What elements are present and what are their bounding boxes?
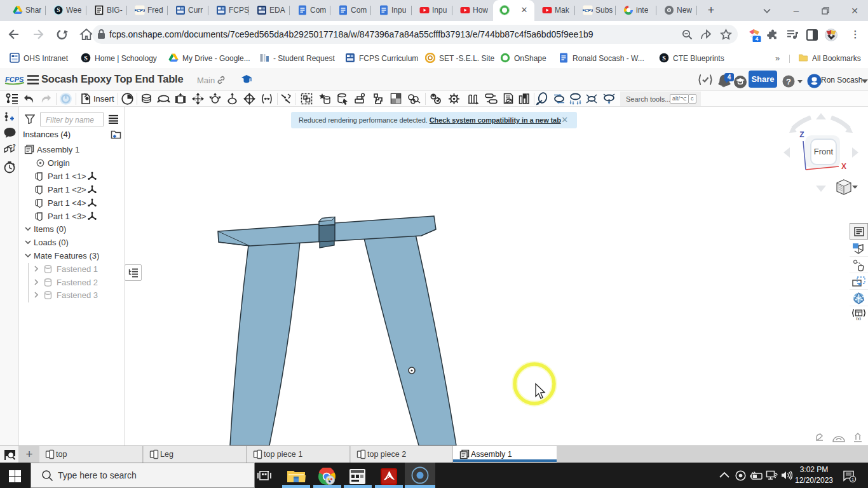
svg-text:4: 4 [728, 74, 731, 81]
svg-text:?: ? [786, 77, 791, 86]
svg-text:S: S [662, 55, 666, 62]
svg-text:S: S [84, 55, 88, 62]
svg-text:X: X [841, 162, 846, 171]
svg-text:FCPS: FCPS [583, 8, 593, 13]
svg-text:?: ? [12, 144, 15, 149]
svg-text:FCPS: FCPS [5, 76, 24, 83]
svg-text:S: S [57, 7, 60, 13]
svg-text:Front: Front [814, 147, 834, 156]
svg-text:4: 4 [756, 36, 759, 42]
svg-text:(x): (x) [856, 316, 861, 321]
svg-text:1: 1 [851, 477, 854, 482]
svg-text:Z: Z [799, 130, 804, 139]
svg-text:FCPS: FCPS [135, 8, 145, 13]
